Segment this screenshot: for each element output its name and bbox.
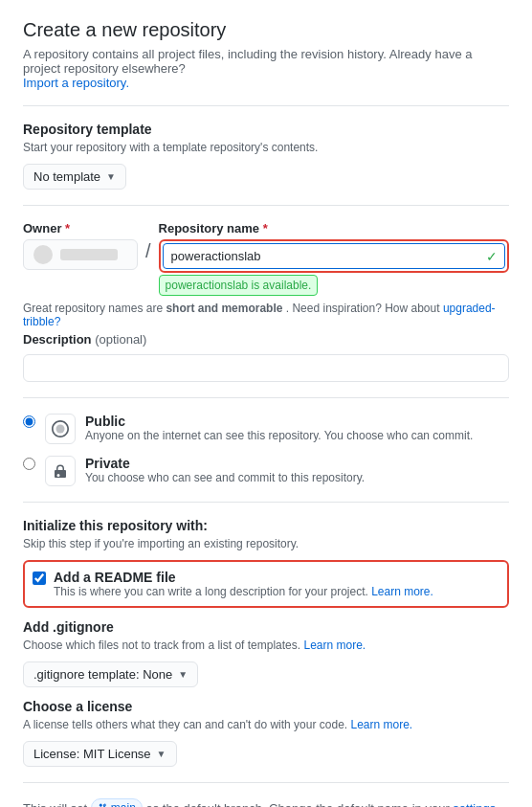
initialize-section: Initialize this repository with: Skip th… [23, 518, 509, 608]
private-option: Private You choose who can see and commi… [23, 456, 509, 486]
slash-separator: / [145, 240, 151, 262]
public-option: Public Anyone on the internet can see th… [23, 414, 509, 444]
owner-section: Owner * [23, 221, 138, 270]
repo-name-section: Repository name * ✓ poweractionslab is a… [159, 221, 509, 296]
page-subtitle: A repository contains all project files,… [23, 47, 509, 90]
public-icon [45, 414, 76, 444]
initialize-skip: Skip this step if you're importing an ex… [23, 537, 509, 550]
owner-repo-row: Owner * / Repository name * ✓ poweractio… [23, 221, 509, 296]
repo-name-input[interactable] [163, 243, 505, 269]
gitignore-section: Add .gitignore Choose which files not to… [23, 619, 509, 687]
gitignore-learn-more[interactable]: Learn more. [303, 639, 366, 652]
visibility-group: Public Anyone on the internet can see th… [23, 414, 509, 486]
license-arrow: ▼ [157, 749, 166, 759]
template-label: Repository template [23, 122, 509, 137]
avatar [33, 245, 53, 264]
gitignore-dropdown[interactable]: .gitignore template: None ▼ [23, 661, 198, 687]
template-arrow: ▼ [106, 171, 116, 182]
repo-name-container: ✓ poweractionslab is available. [159, 239, 509, 296]
settings-link[interactable]: settings. [453, 801, 499, 807]
owner-display[interactable] [23, 239, 138, 270]
divider-3 [23, 397, 509, 398]
license-learn-more[interactable]: Learn more. [351, 718, 413, 731]
gitignore-label: Add .gitignore [23, 619, 509, 635]
private-text: Private You choose who can see and commi… [85, 456, 365, 484]
description-label: Description (optional) [23, 332, 509, 347]
public-text: Public Anyone on the internet can see th… [85, 414, 473, 442]
divider-5 [23, 782, 509, 783]
template-desc: Start your repository with a template re… [23, 141, 509, 154]
description-input[interactable] [23, 354, 509, 382]
repo-name-wrapper: ✓ [159, 239, 509, 273]
divider-1 [23, 105, 509, 106]
readme-learn-more[interactable]: Learn more. [371, 585, 433, 598]
repo-name-label: Repository name * [159, 221, 509, 235]
branch-badge: main [91, 798, 143, 807]
check-icon: ✓ [486, 249, 498, 264]
description-section: Description (optional) [23, 332, 509, 382]
readme-text: Add a README file This is where you can … [54, 570, 433, 598]
branch-info: This will set main as the default branch… [23, 798, 509, 807]
readme-row: Add a README file This is where you can … [23, 560, 509, 608]
template-dropdown[interactable]: No template ▼ [23, 164, 126, 190]
description-optional: (optional) [95, 332, 146, 347]
initialize-heading: Initialize this repository with: [23, 518, 509, 533]
license-dropdown[interactable]: License: MIT License ▼ [23, 741, 177, 767]
public-radio[interactable] [23, 415, 35, 428]
private-icon [45, 456, 76, 486]
owner-name [60, 249, 118, 260]
divider-2 [23, 205, 509, 206]
owner-label: Owner * [23, 221, 138, 235]
license-label: Choose a license [23, 699, 509, 714]
private-radio[interactable] [23, 458, 35, 470]
page-title: Create a new repository [23, 19, 509, 41]
license-desc: A license tells others what they can and… [23, 718, 509, 731]
import-link[interactable]: Import a repository. [23, 76, 129, 90]
gitignore-arrow: ▼ [178, 669, 188, 680]
repo-names-hint: Great repository names are short and mem… [23, 302, 509, 328]
readme-checkbox[interactable] [33, 572, 46, 585]
template-section: Repository template Start your repositor… [23, 122, 509, 190]
owner-required: * [65, 221, 70, 235]
gitignore-desc: Choose which files not to track from a l… [23, 639, 509, 652]
divider-4 [23, 502, 509, 503]
license-section: Choose a license A license tells others … [23, 699, 509, 767]
availability-message: poweractionslab is available. [159, 275, 319, 296]
repo-required: * [263, 221, 268, 235]
